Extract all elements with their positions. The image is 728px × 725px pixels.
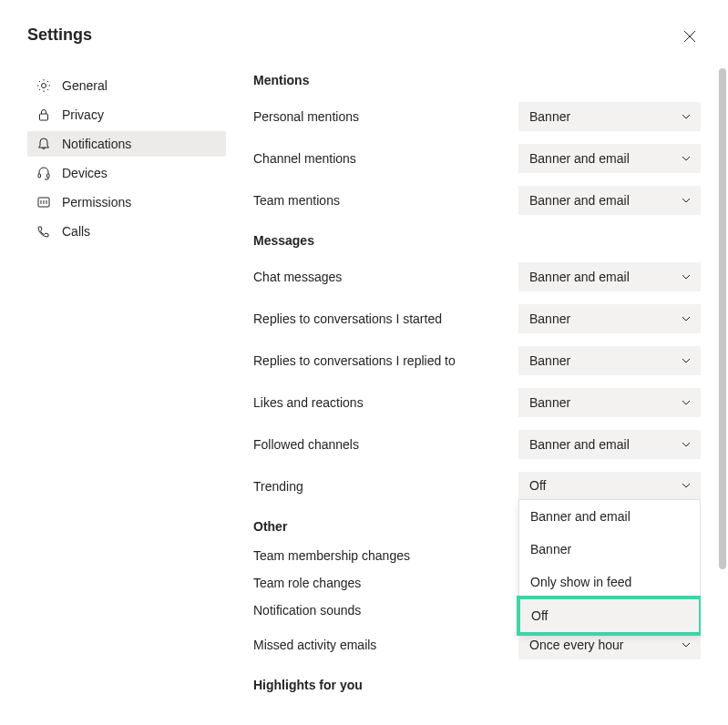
lock-icon [36,107,51,122]
dropdown-value: Banner [529,109,570,124]
dropdown-value: Banner [529,311,570,326]
sidebar-item-label: Privacy [62,107,104,122]
dropdown-value: Banner and email [529,151,630,166]
svg-rect-5 [47,174,50,178]
dropdown-value: Banner [529,353,570,368]
sidebar-item-label: Calls [62,224,90,239]
chevron-down-icon [681,397,692,408]
setting-label: Replies to conversations I started [253,311,518,326]
dropdown-value: Banner and email [529,193,630,208]
dropdown-personal-mentions[interactable]: Banner [518,102,701,131]
svg-rect-4 [38,174,41,178]
chevron-down-icon [681,355,692,366]
dropdown-option-off[interactable]: Off [517,596,701,636]
section-title-mentions: Mentions [253,73,701,87]
setting-label: Likes and reactions [253,395,518,410]
section-title-highlights: Highlights for you [253,678,701,692]
dropdown-value: Off [529,478,546,493]
gear-icon [36,78,51,93]
setting-label: Replies to conversations I replied to [253,353,518,368]
dropdown-replies-started[interactable]: Banner [518,304,701,333]
section-title-messages: Messages [253,233,701,248]
scrollbar-thumb[interactable] [719,68,726,569]
dropdown-trending[interactable]: Off Banner and email Banner Only show in… [518,472,701,501]
dropdown-channel-mentions[interactable]: Banner and email [518,144,701,173]
sidebar-item-privacy[interactable]: Privacy [27,102,226,128]
setting-label: Followed channels [253,437,518,452]
setting-label: Trending [253,479,518,494]
sidebar-item-permissions[interactable]: Permissions [27,189,226,215]
chevron-down-icon [681,639,692,650]
chevron-down-icon [681,111,692,122]
sidebar-item-label: Devices [62,166,108,180]
setting-label: Team role changes [253,576,518,590]
dropdown-value: Banner and email [529,437,630,452]
key-icon [36,195,51,209]
setting-label: Missed activity emails [253,638,518,652]
dropdown-value: Banner and email [529,270,630,284]
close-button[interactable] [679,26,701,47]
setting-label: Team membership changes [253,548,518,563]
chevron-down-icon [681,480,692,491]
dropdown-likes-reactions[interactable]: Banner [518,388,701,417]
svg-point-2 [42,84,46,88]
sidebar: General Privacy Notifica [27,73,226,699]
dropdown-replies-replied[interactable]: Banner [518,346,701,375]
dropdown-followed-channels[interactable]: Banner and email [518,430,701,459]
sidebar-item-label: Notifications [62,137,131,151]
setting-label: Team mentions [253,193,518,208]
sidebar-item-label: General [62,78,108,93]
headset-icon [36,166,51,180]
dropdown-menu: Banner and email Banner Only show in fee… [518,499,701,634]
chevron-down-icon [681,439,692,450]
main-content: Mentions Personal mentions Banner Channe… [226,73,701,699]
dropdown-option-banner-email[interactable]: Banner and email [519,500,700,533]
page-title: Settings [27,26,92,45]
phone-icon [36,224,51,239]
sidebar-item-devices[interactable]: Devices [27,160,226,186]
scrollbar-track [719,68,726,725]
bell-icon [36,137,51,151]
sidebar-item-notifications[interactable]: Notifications [27,131,226,157]
setting-label: Chat messages [253,270,518,284]
svg-rect-3 [40,114,48,120]
sidebar-item-calls[interactable]: Calls [27,219,226,244]
setting-label: Personal mentions [253,109,518,124]
dropdown-chat-messages[interactable]: Banner and email [518,262,701,291]
setting-label: Notification sounds [253,603,518,618]
dropdown-option-banner[interactable]: Banner [519,533,700,566]
chevron-down-icon [681,271,692,282]
chevron-down-icon [681,313,692,324]
sidebar-item-general[interactable]: General [27,73,226,98]
sidebar-item-label: Permissions [62,195,131,209]
chevron-down-icon [681,153,692,164]
dropdown-team-mentions[interactable]: Banner and email [518,186,701,215]
setting-label: Channel mentions [253,151,518,166]
dropdown-value: Banner [529,395,570,410]
chevron-down-icon [681,195,692,206]
dropdown-value: Once every hour [529,638,624,652]
dropdown-option-feed[interactable]: Only show in feed [519,566,700,598]
close-icon [683,30,696,43]
